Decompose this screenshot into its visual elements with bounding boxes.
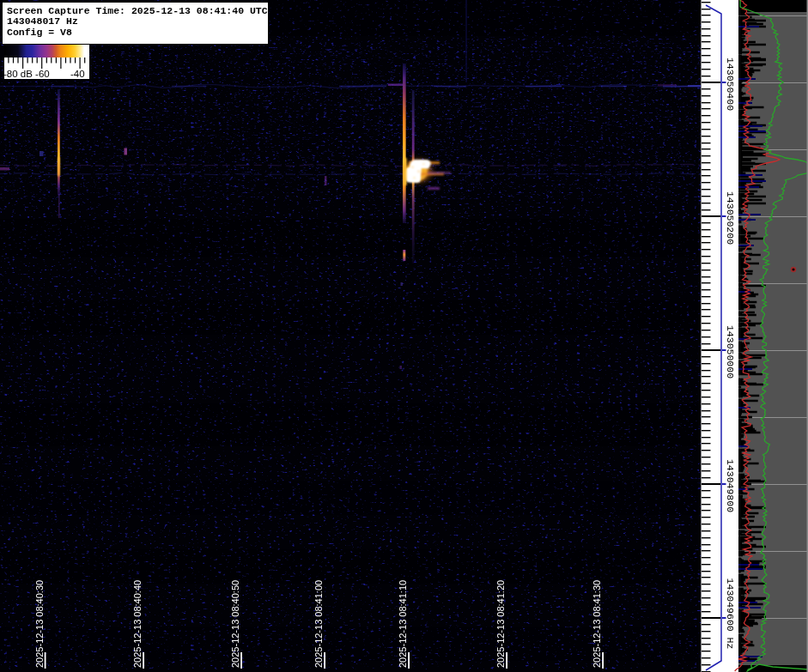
svg-text:2025-12-13 08:40:40: 2025-12-13 08:40:40: [132, 580, 143, 668]
svg-text:2025-12-13 08:41:20: 2025-12-13 08:41:20: [495, 580, 506, 668]
svg-text:143050200: 143050200: [725, 191, 736, 245]
svg-text:-40: -40: [70, 69, 85, 79]
svg-text:2025-12-13 08:40:30: 2025-12-13 08:40:30: [34, 580, 45, 668]
svg-text:2025-12-13 08:41:00: 2025-12-13 08:41:00: [313, 580, 324, 668]
svg-text:143050400: 143050400: [725, 58, 736, 111]
svg-text:143050000: 143050000: [725, 325, 736, 378]
svg-text:143049800: 143049800: [725, 459, 736, 512]
svg-text:-80 dB -60: -80 dB -60: [3, 69, 50, 79]
svg-text:2025-12-13 08:41:10: 2025-12-13 08:41:10: [398, 580, 408, 668]
svg-text:2025-12-13 08:40:50: 2025-12-13 08:40:50: [230, 580, 240, 668]
svg-text:143049600 Hz: 143049600 Hz: [725, 578, 736, 650]
svg-text:2025-12-13 08:41:30: 2025-12-13 08:41:30: [592, 580, 602, 668]
